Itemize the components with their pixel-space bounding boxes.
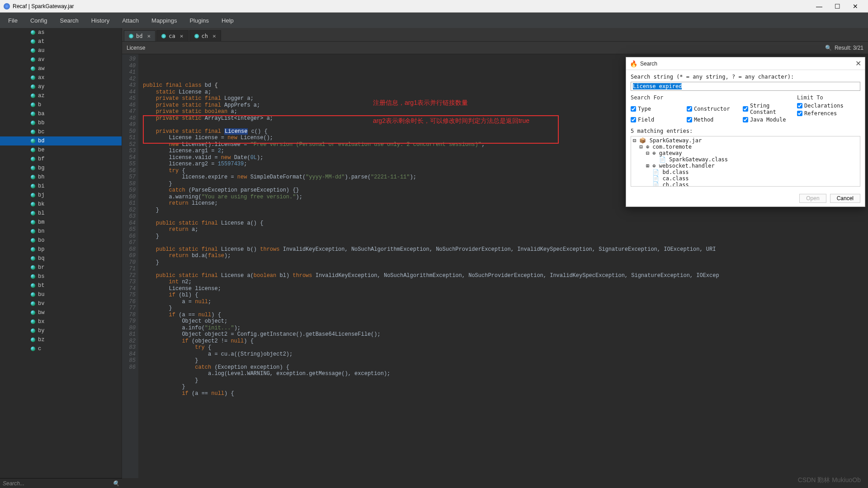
- tree-node[interactable]: 📄 bd.class: [633, 169, 858, 175]
- tree-node[interactable]: ⊞ ⊕ websocket.handler: [633, 163, 858, 169]
- sidebar-item-bt[interactable]: bt: [0, 281, 122, 290]
- tree-node[interactable]: ⊟ ⊕ gateway: [633, 150, 858, 156]
- class-icon: [31, 75, 35, 80]
- sidebar-item-ba[interactable]: ba: [0, 109, 122, 118]
- search-dialog-titlebar[interactable]: 🔥 Search ✕: [626, 57, 865, 70]
- class-icon: [31, 94, 35, 98]
- search-dialog-title: Search: [640, 61, 657, 67]
- search-icon[interactable]: 🔍: [113, 480, 119, 487]
- sidebar-item-bx[interactable]: bx: [0, 317, 122, 326]
- sidebar-item-bi[interactable]: bi: [0, 182, 122, 191]
- sidebar-item-bw[interactable]: bw: [0, 308, 122, 317]
- search-input[interactable]: License expired: [631, 82, 860, 91]
- class-icon: [31, 66, 35, 71]
- search-results-tree[interactable]: ⊟ 📦 SparkGateway.jar ⊟ ⊕ com.toremote ⊟ …: [631, 136, 860, 187]
- checkbox-references[interactable]: References: [797, 110, 860, 117]
- tree-node[interactable]: ⊟ ⊕ com.toremote: [633, 144, 858, 150]
- checkbox-declarations[interactable]: Declarations: [797, 103, 860, 109]
- menu-mappings[interactable]: Mappings: [145, 17, 183, 24]
- sidebar-item-by[interactable]: by: [0, 326, 122, 335]
- sidebar-item-au[interactable]: au: [0, 46, 122, 55]
- minimize-button[interactable]: —: [810, 3, 828, 10]
- sidebar-item-bf[interactable]: bf: [0, 155, 122, 164]
- tree-node[interactable]: ⊟ 📦 SparkGateway.jar: [633, 137, 858, 144]
- class-icon: [31, 130, 35, 134]
- sidebar-item-bz[interactable]: bz: [0, 335, 122, 344]
- menu-history[interactable]: History: [85, 17, 116, 24]
- sidebar-item-bp[interactable]: bp: [0, 245, 122, 254]
- close-icon[interactable]: ×: [147, 33, 151, 39]
- class-icon: [31, 193, 35, 197]
- menu-attach[interactable]: Attach: [116, 17, 145, 24]
- menu-help[interactable]: Help: [215, 17, 240, 24]
- class-icon: [31, 202, 35, 206]
- tab-ca[interactable]: ca×: [156, 30, 188, 41]
- limit-to-label: Limit To: [797, 94, 860, 101]
- sidebar-item-ay[interactable]: ay: [0, 82, 122, 91]
- sidebar-item-bk[interactable]: bk: [0, 200, 122, 209]
- tree-node[interactable]: 📄 SparkGateway.class: [633, 156, 858, 163]
- menu-plugins[interactable]: Plugins: [183, 17, 215, 24]
- sidebar-item-bd[interactable]: bd: [0, 136, 122, 145]
- sidebar-item-bu[interactable]: bu: [0, 290, 122, 299]
- checkbox-constructor[interactable]: Constructor: [687, 103, 741, 115]
- sidebar-item-bj[interactable]: bj: [0, 191, 122, 200]
- class-icon: [31, 112, 35, 116]
- class-icon: [31, 39, 35, 44]
- close-button[interactable]: ✕: [846, 3, 864, 10]
- class-icon: [161, 34, 166, 38]
- checkbox-field[interactable]: Field: [631, 117, 685, 123]
- sidebar-item-av[interactable]: av: [0, 55, 122, 64]
- result-left: License: [127, 45, 145, 51]
- cancel-button[interactable]: Cancel: [830, 194, 860, 203]
- sidebar-item-bl[interactable]: bl: [0, 209, 122, 218]
- checkbox-java-module[interactable]: Java Module: [743, 117, 797, 123]
- sidebar-item-bs[interactable]: bs: [0, 272, 122, 281]
- annotation-text: 注册信息，arg1表示并行链接数量 arg2表示剩余时长，可以修改时间判定方法总…: [355, 89, 529, 134]
- sidebar-item-az[interactable]: az: [0, 91, 122, 100]
- sidebar-item-bm[interactable]: bm: [0, 218, 122, 227]
- sidebar-item-bc[interactable]: bc: [0, 127, 122, 136]
- checkbox-method[interactable]: Method: [687, 117, 741, 123]
- tab-bd[interactable]: bd×: [124, 30, 156, 41]
- sidebar-item-bb[interactable]: bb: [0, 118, 122, 127]
- checkbox-string-constant[interactable]: String Constant: [743, 103, 797, 115]
- result-bar: License 🔍 Result: 3/21: [122, 42, 868, 54]
- search-icon[interactable]: 🔍: [825, 45, 832, 51]
- close-icon[interactable]: ×: [180, 33, 184, 39]
- class-icon: [31, 301, 35, 306]
- sidebar-item-be[interactable]: be: [0, 145, 122, 155]
- sidebar-item-as[interactable]: as: [0, 28, 122, 37]
- class-icon: [31, 30, 35, 35]
- class-tree[interactable]: asatauavawaxayazbbabbbcbdbebfbgbhbibjbkb…: [0, 28, 122, 478]
- class-icon: [31, 220, 35, 225]
- sidebar-item-ax[interactable]: ax: [0, 73, 122, 82]
- menu-search[interactable]: Search: [54, 17, 85, 24]
- open-button[interactable]: Open: [799, 194, 826, 203]
- sidebar-item-aw[interactable]: aw: [0, 64, 122, 73]
- sidebar-item-c[interactable]: c: [0, 344, 122, 353]
- tree-node[interactable]: 📄 ca.class: [633, 175, 858, 182]
- class-icon: [31, 274, 35, 279]
- menu-config[interactable]: Config: [24, 17, 54, 24]
- sidebar-item-br[interactable]: br: [0, 263, 122, 272]
- tab-ch[interactable]: ch×: [189, 30, 221, 41]
- sidebar-item-bo[interactable]: bo: [0, 236, 122, 245]
- class-icon: [31, 157, 35, 161]
- class-icon: [31, 283, 35, 288]
- sidebar-item-bh[interactable]: bh: [0, 173, 122, 182]
- sidebar-item-bn[interactable]: bn: [0, 227, 122, 236]
- tree-node[interactable]: 📄 ch.class: [633, 182, 858, 187]
- sidebar-item-at[interactable]: at: [0, 37, 122, 46]
- close-icon[interactable]: ×: [212, 33, 216, 39]
- sidebar-item-bv[interactable]: bv: [0, 299, 122, 308]
- checkbox-type[interactable]: Type: [631, 103, 685, 115]
- sidebar-item-b[interactable]: b: [0, 100, 122, 109]
- sidebar-item-bq[interactable]: bq: [0, 254, 122, 263]
- maximize-button[interactable]: ☐: [828, 3, 846, 10]
- class-icon: [31, 256, 35, 261]
- close-icon[interactable]: ✕: [855, 59, 861, 68]
- sidebar-search[interactable]: Search... 🔍: [0, 478, 122, 488]
- sidebar-item-bg[interactable]: bg: [0, 164, 122, 173]
- menu-file[interactable]: File: [2, 17, 24, 24]
